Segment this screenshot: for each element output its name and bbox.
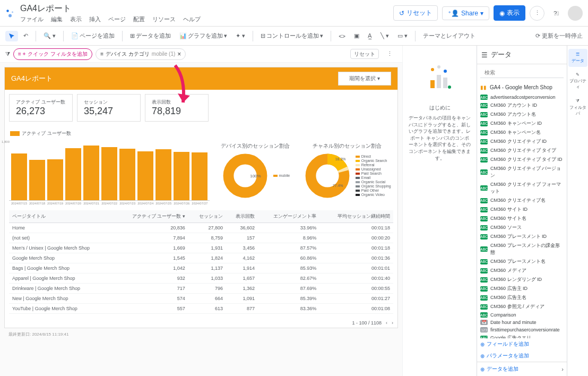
menu-編集[interactable]: 編集 — [51, 15, 63, 23]
field-item[interactable]: ABCCM360 クリエイティブ ID — [480, 137, 564, 146]
date-range-selector[interactable]: 期間を選択 ▾ — [338, 72, 391, 86]
zoom-tool[interactable]: 🔍 ▾ — [40, 30, 59, 41]
donut-chart-2[interactable]: 18.3% 77.4% DirectOrganic SearchReferral… — [301, 152, 394, 200]
kpi-card[interactable]: セッション35,247 — [77, 94, 141, 122]
field-item[interactable]: ABCCM360 参照元 / メディア — [480, 302, 564, 311]
table-row[interactable]: Google Merch Shop1,5451,8244,16260.86%00… — [9, 253, 393, 263]
menu-リソース[interactable]: リソース — [152, 15, 176, 23]
field-item[interactable]: ABCCM360 クリエイティブ バージョン — [480, 164, 564, 180]
bar[interactable] — [137, 151, 153, 200]
bar[interactable] — [119, 149, 135, 200]
bar[interactable] — [101, 147, 117, 200]
field-item[interactable]: ABCCM360 広告主名 — [480, 293, 564, 302]
menu-ページ[interactable]: ページ — [108, 15, 126, 23]
filter-more-icon[interactable]: ⋮ — [382, 47, 397, 62]
kpi-card[interactable]: 表示回数78,819 — [145, 94, 209, 122]
user-avatar[interactable] — [568, 6, 583, 21]
field-item[interactable]: ABCCM360 広告主 ID — [480, 284, 564, 293]
add-page-tool[interactable]: 📄 ページを追加 — [68, 30, 118, 42]
image-tool[interactable]: ▣ — [351, 30, 362, 41]
table-header[interactable]: セッション — [188, 210, 226, 223]
help-icon[interactable]: ?⃝ — [549, 6, 564, 21]
field-item[interactable]: ABCCM360 レンダリング ID — [480, 275, 564, 284]
add-field-link[interactable]: ⊕ フィールドを追加 — [477, 338, 567, 350]
add-data-link[interactable]: ⊕ データを追加 — [480, 365, 518, 373]
doc-title[interactable]: GA4レポート — [20, 3, 393, 14]
menu-挿入[interactable]: 挿入 — [89, 15, 101, 23]
field-item[interactable]: ABCCM360 プレースメント ID — [480, 232, 564, 241]
data-source-name[interactable]: ▮▮GA4 - Google Merch Shop — [477, 81, 567, 93]
field-item[interactable]: ABCCM360 クリエイティブ名 — [480, 196, 564, 205]
table-row[interactable]: Home20,83627,80036,60233.96%00:01:18 — [9, 223, 393, 233]
field-item[interactable]: ABCCM360 サイト名 — [480, 214, 564, 223]
field-item[interactable]: 123firsttimepurchaserconversionrate — [480, 326, 564, 334]
filter-reset-button[interactable]: リセット — [350, 49, 379, 59]
menu-ファイル[interactable]: ファイル — [20, 15, 44, 23]
field-item[interactable]: 📅Date hour and minute — [480, 319, 564, 326]
field-item[interactable]: ABCGoogle 広告クエリ — [480, 334, 564, 338]
table-header[interactable]: エンゲージメント率 — [258, 210, 319, 223]
community-viz-tool[interactable]: ✦ ▾ — [232, 30, 248, 41]
field-item[interactable]: ABCCM360 キャンペーン名 — [480, 128, 564, 137]
donut-chart-1[interactable]: 100% mobile — [214, 152, 297, 200]
view-button[interactable]: ◉表示 — [494, 5, 525, 21]
field-search-input[interactable] — [480, 67, 564, 78]
field-item[interactable]: ABCComparison — [480, 311, 564, 319]
kpi-card[interactable]: アクティブ ユーザー数26,273 — [9, 94, 73, 122]
bar-chart[interactable]: 1,800 — [9, 142, 210, 201]
field-item[interactable]: ABCadvertiseradcostperconversion — [480, 93, 564, 101]
table-row[interactable]: Apparel | Google Merch Shop9321,0331,657… — [9, 274, 393, 284]
tab-data[interactable]: ☰データ — [568, 49, 587, 67]
select-tool[interactable] — [5, 31, 18, 41]
menu-表示[interactable]: 表示 — [70, 15, 82, 23]
bar[interactable] — [65, 148, 81, 200]
add-param-link[interactable]: ⊕ パラメータを追加 — [477, 350, 567, 362]
field-item[interactable]: ABCCM360 アカウント ID — [480, 101, 564, 110]
bar[interactable] — [174, 152, 189, 200]
field-item[interactable]: ABCCM360 ソース — [480, 223, 564, 232]
bar[interactable] — [47, 159, 63, 201]
bar[interactable] — [29, 160, 45, 200]
table-row[interactable]: YouTube | Google Merch Shop55761387783.3… — [9, 304, 393, 314]
pause-refresh[interactable]: ⟳ 更新を一時停止 — [535, 32, 583, 40]
table-header[interactable]: 表示回数 — [226, 210, 258, 223]
table-header[interactable]: 平均セッション継続時間 — [319, 210, 393, 223]
quick-filter-chip[interactable]: ≡ + クイック フィルタを追加 — [13, 48, 92, 60]
field-item[interactable]: ABCCM360 クリエイティブ タイプ — [480, 146, 564, 155]
field-item[interactable]: ABCCM360 プレースメント名 — [480, 257, 564, 266]
field-item[interactable]: ABCCM360 プレースメントの課金形態 — [480, 241, 564, 257]
bar[interactable] — [11, 153, 27, 200]
field-item[interactable]: ABCCM360 アカウント名 — [480, 110, 564, 119]
undo-tool[interactable]: ↶ — [20, 30, 31, 41]
more-options-icon[interactable]: ⋮ — [530, 6, 544, 21]
table-row[interactable]: Drinkware | Google Merch Shop7177961,362… — [9, 284, 393, 294]
field-item[interactable]: ABCCM360 クリエイティブ タイプ ID — [480, 155, 564, 164]
add-chart-tool[interactable]: 📊 グラフを追加 ▾ — [176, 30, 230, 42]
table-row[interactable]: New | Google Merch Shop5746641,09185.39%… — [9, 294, 393, 304]
text-tool[interactable]: A̲ — [365, 30, 375, 41]
embed-tool[interactable]: <> — [335, 31, 349, 41]
menu-配置[interactable]: 配置 — [133, 15, 145, 23]
shape-tool[interactable]: ▭ ▾ — [394, 30, 411, 41]
table-row[interactable]: Bags | Google Merch Shop1,0421,1371,9148… — [9, 263, 393, 274]
tab-property[interactable]: ✎プロパティ — [568, 69, 587, 93]
field-item[interactable]: ABCCM360 クリエイティブ フォーマット — [480, 180, 564, 196]
chip-close-icon[interactable]: × — [177, 50, 181, 58]
device-category-chip[interactable]: ≡ デバイス カテゴリ mobile (1) × — [96, 48, 186, 60]
field-item[interactable]: ABCCM360 サイト ID — [480, 205, 564, 214]
theme-tool[interactable]: テーマとレイアウト — [420, 30, 479, 42]
tab-filter[interactable]: ⧩フィルタバ — [568, 95, 587, 119]
table-header[interactable]: アクティブ ユーザー数 ▾ — [114, 210, 188, 223]
bar[interactable] — [155, 149, 171, 200]
add-control-tool[interactable]: ⊟ コントロールを追加 ▾ — [257, 30, 326, 42]
table-row[interactable]: (not set)7,8948,7591578.96%00:00:20 — [9, 233, 393, 243]
reset-button[interactable]: ↺リセット — [393, 5, 438, 21]
expand-icon[interactable]: › — [561, 366, 564, 372]
data-table[interactable]: ページタイトルアクティブ ユーザー数 ▾セッション表示回数エンゲージメント率平均… — [9, 210, 393, 314]
table-header[interactable]: ページタイトル — [9, 210, 114, 223]
bar[interactable] — [192, 152, 207, 200]
field-item[interactable]: ABCCM360 メディア — [480, 266, 564, 275]
add-data-tool[interactable]: ⊞ データを追加 — [127, 30, 174, 42]
line-tool[interactable]: ╲ ▾ — [377, 30, 392, 41]
bar[interactable] — [83, 146, 99, 200]
